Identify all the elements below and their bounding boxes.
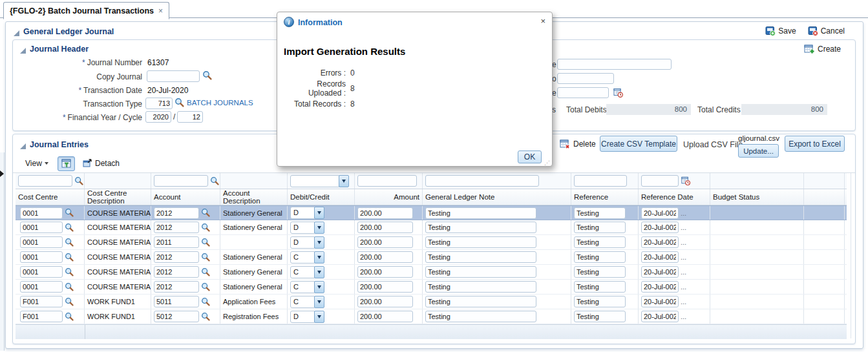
reference-input[interactable] (574, 251, 626, 263)
search-icon[interactable] (201, 297, 211, 307)
ok-button[interactable]: OK (518, 150, 542, 163)
general_ledger_note-input[interactable] (425, 266, 536, 278)
general_ledger_note-input[interactable] (425, 207, 536, 219)
account-input[interactable] (154, 266, 199, 278)
cost_centre-filter-input[interactable] (18, 175, 72, 187)
account-input[interactable] (154, 311, 199, 322)
table-row[interactable]: COURSE MATERIALStationery GeneralC... (16, 265, 847, 280)
general_ledger_note-filter-input[interactable] (425, 175, 539, 187)
datetime-picker-icon[interactable] (613, 87, 624, 98)
cost_centre-input[interactable] (20, 236, 63, 248)
cost_centre-input[interactable] (20, 222, 63, 233)
dropdown-arrow-icon[interactable] (314, 281, 324, 293)
query-by-example-toggle-button[interactable] (58, 156, 75, 171)
reference_date-filter-input[interactable] (641, 175, 679, 187)
amount-input[interactable] (357, 311, 413, 322)
general_ledger_note-input[interactable] (425, 222, 536, 233)
column-header-reference-date[interactable]: Reference Date (639, 189, 710, 205)
reference_date-input[interactable] (641, 222, 679, 233)
table-row[interactable]: COURSE MATERIALStationery GeneralD... (16, 205, 847, 220)
cost_centre-input[interactable] (20, 296, 63, 307)
reference-input[interactable] (574, 281, 626, 293)
general_ledger_note-input[interactable] (425, 251, 536, 263)
more-icon[interactable]: ... (681, 209, 686, 217)
search-icon[interactable] (65, 282, 74, 292)
general_ledger_note-input[interactable] (425, 296, 536, 307)
dialog-resize-grip[interactable]: ⋰ (544, 160, 551, 166)
search-icon[interactable] (210, 176, 220, 186)
account-input[interactable] (154, 236, 199, 248)
amount-input[interactable] (357, 222, 413, 233)
save-button[interactable]: Save (765, 26, 796, 36)
search-icon[interactable] (65, 208, 74, 218)
column-header-general-ledger-note[interactable]: General Ledger Note (423, 189, 571, 205)
column-header-amount[interactable]: Amount (355, 189, 423, 205)
amount-input[interactable] (357, 296, 413, 307)
reference-input[interactable] (574, 222, 626, 233)
search-icon[interactable] (65, 238, 74, 247)
panel-splitter[interactable] (0, 152, 5, 351)
dropdown-arrow-icon[interactable] (314, 236, 324, 249)
tab-close-icon[interactable]: × (158, 6, 163, 16)
amount-input[interactable] (357, 251, 413, 263)
view-menu-button[interactable]: View (25, 159, 48, 168)
search-icon[interactable] (201, 282, 211, 292)
column-header-cost-centre-description[interactable]: Cost Centre Description (85, 189, 151, 205)
amount-input[interactable] (357, 281, 413, 293)
reference-input[interactable] (574, 296, 626, 307)
account-input[interactable] (154, 222, 199, 233)
journal-note-input[interactable] (557, 59, 672, 70)
reference-input[interactable] (574, 236, 626, 248)
column-header-budget-status[interactable]: Budget Status (710, 189, 804, 205)
search-icon[interactable] (201, 223, 211, 233)
column-header-account-description[interactable]: Account Description (220, 189, 288, 205)
cost_centre-input[interactable] (20, 281, 63, 293)
search-icon[interactable] (65, 267, 74, 277)
search-icon[interactable] (65, 297, 74, 307)
general_ledger_note-input[interactable] (425, 281, 536, 293)
detach-button[interactable]: Detach (83, 158, 120, 168)
reference_date-input[interactable] (641, 207, 679, 219)
dropdown-arrow-icon[interactable] (314, 266, 324, 278)
dropdown-arrow-icon[interactable] (339, 175, 349, 187)
reference-filter-input[interactable] (574, 175, 627, 187)
create-button[interactable]: Create (804, 44, 841, 54)
dropdown-arrow-icon[interactable] (314, 207, 324, 219)
column-header-cost-centre[interactable]: Cost Centre (16, 189, 85, 205)
search-icon[interactable] (74, 176, 84, 186)
table-row[interactable]: WORK FUND1Registration FeesD... (16, 309, 847, 324)
column-header-account[interactable]: Account (151, 189, 220, 205)
more-icon[interactable]: ... (681, 223, 686, 231)
dropdown-arrow-icon[interactable] (314, 251, 324, 264)
amount-input[interactable] (357, 207, 413, 219)
reference_date-input[interactable] (641, 281, 679, 293)
reversal-number-input[interactable] (557, 73, 614, 84)
general_ledger_note-input[interactable] (425, 311, 536, 322)
reference_date-input[interactable] (641, 251, 679, 263)
reversal-date-input[interactable] (557, 87, 609, 98)
search-icon[interactable] (202, 70, 213, 81)
copy-journal-input[interactable] (147, 70, 200, 82)
cost_centre-input[interactable] (20, 251, 63, 263)
search-icon[interactable] (201, 253, 211, 262)
search-icon[interactable] (201, 238, 211, 247)
more-icon[interactable]: ... (681, 268, 686, 276)
search-icon[interactable] (201, 208, 211, 218)
transaction-type-description-link[interactable]: BATCH JOURNALS (187, 99, 253, 107)
table-row[interactable]: COURSE MATERIALD... (16, 235, 847, 250)
cancel-button[interactable]: Cancel (808, 26, 845, 36)
debit_credit-filter-select[interactable] (290, 175, 349, 187)
datetime-picker-icon[interactable] (681, 176, 691, 186)
debit_credit-select[interactable]: C (290, 281, 324, 293)
debit_credit-select[interactable]: D (290, 222, 324, 234)
cost_centre-input[interactable] (20, 207, 63, 219)
cycle-input[interactable] (177, 111, 203, 123)
reference-input[interactable] (574, 311, 626, 322)
reference-input[interactable] (574, 207, 626, 219)
more-icon[interactable]: ... (681, 313, 686, 320)
reference_date-input[interactable] (641, 311, 679, 322)
more-icon[interactable]: ... (681, 238, 686, 246)
dropdown-arrow-icon[interactable] (314, 222, 324, 234)
table-row[interactable]: WORK FUND1Application FeesC... (16, 295, 847, 309)
dropdown-arrow-icon[interactable] (314, 296, 324, 308)
